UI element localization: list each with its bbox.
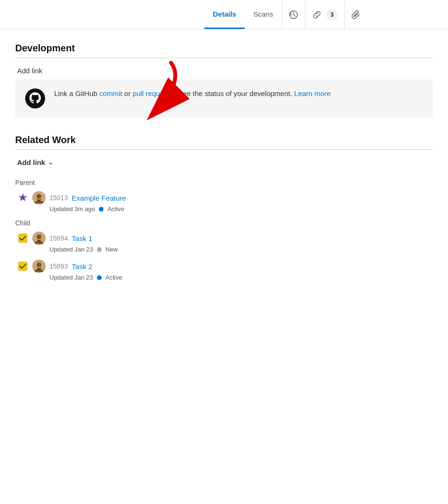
status-dot-active [99, 207, 104, 212]
links-tab-btn[interactable]: 3 [305, 0, 344, 29]
svg-point-10 [37, 262, 41, 267]
item-updated-15694: Updated Jan 23 [49, 246, 93, 253]
table-row: 15013 Example Feature Updated 3m ago Act… [17, 191, 433, 213]
links-badge: 3 [326, 9, 338, 20]
development-title: Development [15, 43, 433, 54]
table-row: 15694 Task 1 Updated Jan 23 New [17, 232, 433, 253]
development-divider [15, 58, 433, 58]
page-body: Development Add link Link a GitHub commi… [0, 29, 448, 299]
parent-group-label: Parent [15, 179, 433, 186]
history-tab-btn[interactable] [282, 0, 305, 29]
github-info-box: Link a GitHub commit or pull request to … [15, 79, 433, 117]
item-updated-15693: Updated Jan 23 [49, 274, 93, 281]
item-status-15694: New [105, 246, 118, 253]
related-work-section: Related Work Add link ⌄ Parent [15, 135, 433, 281]
item-title-15013[interactable]: Example Feature [72, 194, 126, 202]
svg-point-4 [37, 194, 41, 199]
svg-point-7 [37, 234, 41, 239]
github-icon [25, 88, 46, 109]
avatar [32, 191, 46, 204]
item-id-15694: 15694 [49, 234, 68, 242]
feature-icon [17, 192, 29, 204]
item-status-15013: Active [107, 205, 124, 213]
tab-bar: Details Scans 3 [0, 0, 448, 29]
avatar [32, 232, 46, 245]
status-dot-new [97, 247, 102, 252]
paperclip-icon [352, 10, 361, 19]
work-item-meta-15693: Updated Jan 23 Active [49, 274, 433, 281]
github-pr-link[interactable]: pull request [133, 89, 170, 97]
item-updated-15013: Updated 3m ago [49, 205, 95, 213]
task-checkbox-icon-2 [18, 261, 28, 271]
item-id-15013: 15013 [49, 194, 68, 202]
chevron-down-icon: ⌄ [48, 159, 53, 166]
item-id-15693: 15693 [49, 262, 68, 270]
tab-details-label: Details [213, 10, 236, 18]
github-learn-more-link[interactable]: Learn more [294, 89, 331, 97]
avatar [32, 260, 46, 273]
development-section: Development Add link Link a GitHub commi… [15, 43, 433, 117]
related-add-link-button[interactable]: Add link ⌄ [15, 156, 53, 168]
related-work-divider [15, 149, 433, 150]
svg-point-2 [25, 88, 45, 108]
status-dot-active-2 [97, 275, 102, 280]
item-title-15694[interactable]: Task 1 [72, 234, 92, 242]
link-icon [312, 10, 322, 19]
related-work-title: Related Work [15, 135, 433, 145]
work-item-meta-15013: Updated 3m ago Active [49, 205, 433, 213]
attachment-tab-btn[interactable] [344, 0, 368, 29]
tab-scans-label: Scans [253, 10, 273, 18]
task-icon-15694 [17, 233, 29, 244]
work-item-top-15694: 15694 Task 1 [17, 232, 433, 245]
trophy-icon [18, 193, 28, 203]
table-row: 15693 Task 2 Updated Jan 23 Active [17, 260, 433, 281]
item-status-15693: Active [105, 274, 122, 281]
github-commit-link[interactable]: commit [99, 89, 122, 97]
history-icon [289, 10, 298, 19]
tab-scans[interactable]: Scans [245, 0, 282, 29]
dev-add-link-button[interactable]: Add link [15, 65, 42, 79]
work-item-meta-15694: Updated Jan 23 New [49, 246, 433, 253]
main-content: Development Add link Link a GitHub commi… [0, 29, 448, 299]
task-icon-15693 [17, 261, 29, 272]
child-group-label: Child [15, 219, 433, 227]
github-info-text: Link a GitHub commit or pull request to … [54, 88, 331, 99]
related-add-link-label: Add link [17, 158, 45, 166]
tab-details[interactable]: Details [204, 0, 245, 29]
work-item-top: 15013 Example Feature [17, 191, 433, 204]
task-checkbox-icon [18, 233, 28, 243]
work-item-top-15693: 15693 Task 2 [17, 260, 433, 273]
item-title-15693[interactable]: Task 2 [72, 262, 92, 271]
